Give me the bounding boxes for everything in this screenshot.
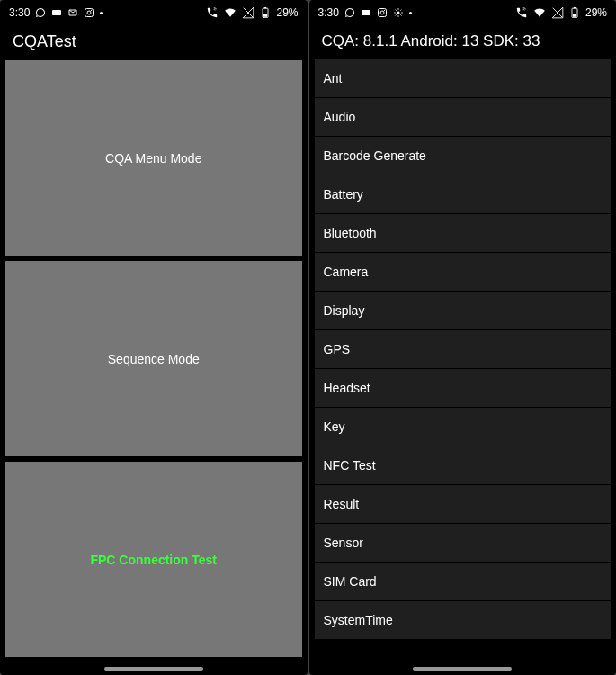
more-notifications-dot: [100, 12, 103, 14]
debug-icon: [393, 7, 404, 18]
list-item-key[interactable]: Key: [315, 408, 612, 446]
list-item-label: SystemTime: [324, 613, 393, 627]
instagram-icon: [377, 7, 388, 18]
list-item-sim-card[interactable]: SIM Card: [315, 562, 612, 601]
list-item-label: Key: [324, 419, 345, 434]
list-item-label: Bluetooth: [324, 226, 377, 240]
list-item-systemtime[interactable]: SystemTime: [315, 601, 612, 639]
whatsapp-icon: [35, 7, 46, 18]
tile-fpc-connection-test[interactable]: FPC Connection Test: [5, 462, 302, 657]
list-item-ant[interactable]: Ant: [315, 59, 612, 98]
list-item-label: NFC Test: [324, 458, 376, 472]
list-item-label: GPS: [324, 342, 351, 356]
app-badge-icon: [361, 7, 371, 18]
list-item-nfc-test[interactable]: NFC Test: [315, 446, 612, 485]
list-item-camera[interactable]: Camera: [315, 253, 612, 292]
list-item-battery[interactable]: Battery: [315, 176, 612, 214]
battery-percent: 29%: [276, 6, 298, 19]
test-list[interactable]: Ant Audio Barcode Generate Battery Bluet…: [309, 59, 617, 675]
more-notifications-dot: [409, 12, 412, 14]
battery-percent: 29%: [585, 6, 607, 19]
list-item-label: Barcode Generate: [324, 148, 426, 163]
tile-label: CQA Menu Mode: [105, 151, 201, 166]
main-menu: CQA Menu Mode Sequence Mode FPC Connecti…: [0, 60, 308, 657]
status-right: 29%: [206, 6, 298, 19]
wifi-icon: [533, 6, 546, 19]
svg-rect-16: [573, 14, 576, 17]
list-item-label: Result: [324, 497, 360, 511]
phone-left: 3:30: [0, 0, 308, 675]
no-signal-icon: [551, 6, 564, 19]
svg-rect-0: [52, 10, 61, 15]
list-item-audio[interactable]: Audio: [315, 98, 612, 137]
svg-rect-7: [263, 14, 267, 17]
list-item-label: Headset: [324, 381, 370, 395]
svg-rect-1: [85, 9, 94, 17]
svg-rect-15: [574, 7, 576, 8]
list-item-display[interactable]: Display: [315, 292, 612, 330]
tile-cqa-menu-mode[interactable]: CQA Menu Mode: [5, 60, 302, 256]
status-time: 3:30: [9, 6, 30, 19]
list-item-bluetooth[interactable]: Bluetooth: [315, 214, 612, 253]
list-item-label: Audio: [324, 110, 356, 124]
status-right: 29%: [515, 6, 607, 19]
svg-point-10: [380, 11, 384, 14]
phone-right: 3:30: [309, 0, 617, 675]
svg-rect-9: [378, 9, 386, 17]
gmail-icon: [67, 7, 78, 18]
list-item-label: Battery: [324, 187, 363, 202]
status-time: 3:30: [318, 6, 339, 19]
no-signal-icon: [242, 6, 254, 19]
app-badge-icon: [51, 7, 62, 18]
status-bar: 3:30: [309, 0, 617, 25]
instagram-icon: [84, 7, 94, 18]
svg-point-2: [87, 11, 91, 14]
nav-gesture-pill[interactable]: [104, 667, 203, 670]
app-info-title: CQA: 8.1.1 Android: 13 SDK: 33: [309, 25, 617, 59]
list-item-label: SIM Card: [324, 574, 377, 589]
svg-rect-6: [264, 7, 266, 8]
svg-rect-8: [362, 10, 370, 15]
svg-point-3: [91, 10, 92, 11]
list-item-label: Sensor: [324, 536, 363, 550]
list-item-label: Display: [324, 303, 365, 318]
wifi-calling-icon: [515, 6, 528, 19]
svg-point-12: [397, 12, 399, 14]
svg-point-11: [384, 10, 385, 11]
app-title: CQATest: [0, 25, 308, 60]
battery-icon: [569, 7, 580, 18]
wifi-icon: [224, 6, 237, 19]
battery-icon: [260, 7, 271, 18]
list-item-sensor[interactable]: Sensor: [315, 524, 612, 562]
nav-gesture-pill[interactable]: [413, 667, 512, 670]
tile-label: Sequence Mode: [108, 352, 200, 366]
list-item-barcode-generate[interactable]: Barcode Generate: [315, 137, 612, 176]
list-item-label: Ant: [324, 71, 343, 86]
status-left: 3:30: [318, 6, 412, 19]
status-left: 3:30: [9, 6, 103, 19]
status-bar: 3:30: [0, 0, 308, 25]
wifi-calling-icon: [206, 6, 219, 19]
list-item-headset[interactable]: Headset: [315, 369, 612, 408]
tile-sequence-mode[interactable]: Sequence Mode: [5, 261, 302, 456]
list-item-gps[interactable]: GPS: [315, 330, 612, 369]
list-item-result[interactable]: Result: [315, 485, 612, 524]
tile-label: FPC Connection Test: [90, 553, 217, 567]
whatsapp-icon: [344, 7, 355, 18]
list-item-label: Camera: [324, 265, 369, 279]
